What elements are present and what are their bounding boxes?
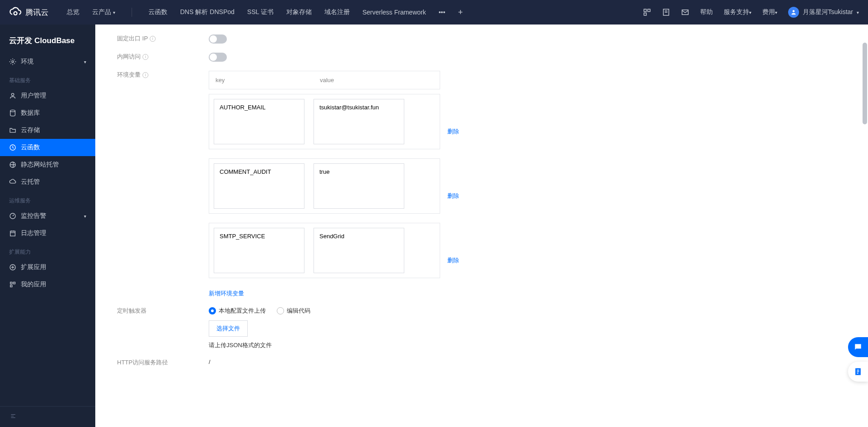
sidebar-label: 用户管理 — [21, 92, 46, 100]
sidebar-item-database[interactable]: 数据库 — [0, 104, 95, 122]
env-value-input[interactable]: SendGrid — [314, 228, 404, 273]
doc-button[interactable] — [848, 362, 868, 382]
nav-item-3[interactable]: 对象存储 — [286, 8, 312, 16]
nav-item-4[interactable]: 域名注册 — [324, 8, 350, 16]
info-icon[interactable]: i — [142, 72, 148, 78]
sidebar-label: 监控告警 — [21, 212, 46, 220]
chevron-down-icon: ▾ — [113, 10, 115, 15]
nav-item-1[interactable]: DNS 解析 DNSPod — [180, 8, 235, 16]
sidebar-item-storage[interactable]: 云存储 — [0, 122, 95, 139]
svg-rect-16 — [13, 282, 15, 284]
cloud-icon — [9, 6, 22, 19]
sidebar-label: 日志管理 — [21, 229, 46, 237]
globe-icon — [9, 161, 16, 168]
env-value-input[interactable]: true — [314, 163, 404, 209]
help-link[interactable]: 帮助 — [700, 8, 713, 16]
svg-rect-17 — [10, 285, 12, 287]
svg-rect-2 — [647, 9, 650, 11]
sidebar-label: 云函数 — [21, 143, 40, 152]
label-trigger: 定时触发器 — [95, 307, 209, 315]
nav-item-5[interactable]: Serverless Framework — [363, 9, 426, 16]
avatar — [788, 7, 799, 18]
info-icon[interactable]: i — [142, 54, 148, 60]
puzzle-icon — [9, 264, 16, 271]
notes-icon[interactable] — [662, 8, 670, 16]
section-basic: 基础服务 — [0, 70, 95, 87]
chat-button[interactable] — [848, 337, 868, 357]
env-row: COMMENT_AUDIT true — [209, 158, 440, 214]
sidebar-item-monitor[interactable]: 监控告警▾ — [0, 207, 95, 225]
radio-edit[interactable]: 编辑代码 — [277, 307, 310, 315]
gear-icon — [9, 58, 16, 65]
sidebar-item-users[interactable]: 用户管理 — [0, 87, 95, 104]
svg-point-0 — [14, 12, 17, 15]
nav-add-icon[interactable]: + — [458, 8, 463, 17]
label-env-vars: 环境变量i — [95, 71, 209, 79]
delete-env-var[interactable]: 删除 — [447, 172, 459, 200]
user-icon — [9, 92, 16, 99]
svg-point-9 — [10, 110, 15, 112]
http-path-value: / — [209, 358, 868, 365]
sidebar-collapse[interactable] — [0, 406, 95, 427]
sidebar-label: 静态网站托管 — [21, 161, 59, 169]
toolbox-icon[interactable] — [643, 8, 651, 16]
chevron-down-icon: ▾ — [84, 59, 86, 64]
nav-more-icon[interactable]: ••• — [439, 9, 446, 16]
calendar-icon — [9, 230, 16, 237]
add-env-var-link[interactable]: 新增环境变量 — [209, 290, 244, 297]
delete-env-var[interactable]: 删除 — [447, 236, 459, 265]
delete-env-var[interactable]: 删除 — [447, 108, 459, 136]
chevron-down-icon: ▾ — [775, 10, 777, 15]
chevron-down-icon: ▾ — [84, 214, 86, 219]
brand-logo[interactable]: 腾讯云 — [9, 6, 49, 19]
user-menu[interactable]: 月落星河Tsukistar ▾ — [788, 7, 859, 18]
sidebar: 云开发 CloudBase 环境 ▾ 基础服务 用户管理 数据库 云存储 云函数… — [0, 25, 95, 427]
nav-overview[interactable]: 总览 — [67, 8, 79, 16]
sidebar-item-ext-apps[interactable]: 扩展应用 — [0, 259, 95, 276]
sidebar-item-logs[interactable]: 日志管理 — [0, 225, 95, 242]
toggle-intranet[interactable] — [209, 53, 227, 62]
sidebar-item-cloudrun[interactable]: 云托管 — [0, 173, 95, 191]
radio-label: 编辑代码 — [287, 307, 310, 315]
main-content: 固定出口 IPi 内网访问i 环境变量i keyvalue AUTHOR_EMA… — [95, 25, 868, 427]
sidebar-item-functions[interactable]: 云函数 — [0, 139, 95, 156]
chat-icon — [853, 343, 863, 352]
mail-icon[interactable] — [681, 8, 689, 16]
svg-point-7 — [12, 61, 14, 63]
svg-point-6 — [792, 10, 794, 12]
env-key-input[interactable]: COMMENT_AUDIT — [214, 163, 304, 209]
support-link[interactable]: 服务支持▾ — [724, 8, 751, 16]
scrollbar-thumb[interactable] — [863, 43, 867, 124]
radio-upload[interactable]: 本地配置文件上传 — [209, 307, 266, 315]
sidebar-label: 扩展应用 — [21, 263, 46, 271]
sidebar-label: 环境 — [21, 58, 34, 66]
sidebar-label: 我的应用 — [21, 280, 46, 289]
env-row: AUTHOR_EMAIL tsukistar@tsukistar.fun — [209, 94, 440, 149]
doc-icon — [853, 367, 863, 376]
radio-label: 本地配置文件上传 — [219, 307, 266, 315]
col-value: value — [320, 77, 334, 83]
svg-rect-3 — [644, 13, 646, 15]
sidebar-item-hosting[interactable]: 静态网站托管 — [0, 156, 95, 173]
env-vars-header: keyvalue — [209, 71, 440, 89]
sidebar-item-my-apps[interactable]: 我的应用 — [0, 276, 95, 293]
select-file-button[interactable]: 选择文件 — [209, 320, 248, 337]
divider — [132, 8, 132, 17]
nav-item-0[interactable]: 云函数 — [148, 8, 167, 16]
sidebar-item-env[interactable]: 环境 ▾ — [0, 53, 95, 70]
svg-rect-13 — [10, 231, 15, 236]
info-icon[interactable]: i — [150, 36, 156, 42]
label-fixed-ip: 固定出口 IPi — [95, 34, 209, 43]
billing-link[interactable]: 费用▾ — [762, 8, 777, 16]
nav-item-2[interactable]: SSL 证书 — [247, 8, 274, 16]
sidebar-title: 云开发 CloudBase — [0, 25, 95, 53]
apps-icon — [9, 281, 16, 288]
env-key-input[interactable]: AUTHOR_EMAIL — [214, 99, 304, 144]
collapse-icon — [9, 413, 17, 419]
brand-text: 腾讯云 — [25, 7, 49, 18]
nav-products[interactable]: 云产品▾ — [92, 8, 115, 16]
function-icon — [9, 144, 16, 151]
env-value-input[interactable]: tsukistar@tsukistar.fun — [314, 99, 404, 144]
toggle-fixed-ip[interactable] — [209, 34, 227, 44]
env-key-input[interactable]: SMTP_SERVICE — [214, 228, 304, 273]
